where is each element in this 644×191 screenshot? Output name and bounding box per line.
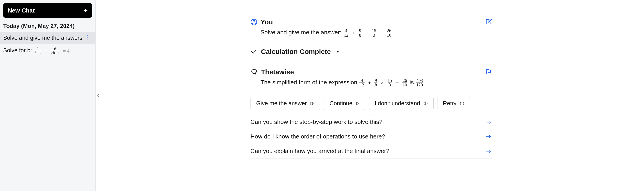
- sidebar: New Chat + Today (Mon, May 27, 2024) Sol…: [0, 0, 96, 191]
- arrow-right-icon: [486, 119, 492, 125]
- chat-item-0[interactable]: Solve and give me the answers ⋮: [0, 32, 96, 44]
- conversation: You Solve and give me the answer: 412 + …: [250, 18, 492, 159]
- user-message-body: Solve and give me the answer: 412 + 98 ×…: [250, 28, 492, 37]
- assistant-message-body: The simplified form of the expression 41…: [250, 78, 492, 87]
- play-icon: [356, 101, 360, 106]
- assistant-title: Thetawise: [261, 68, 294, 76]
- continue-button[interactable]: Continue: [324, 97, 365, 110]
- user-message: You Solve and give me the answer: 412 + …: [250, 18, 492, 37]
- suggestion-item[interactable]: Can you explain how you arrived at the f…: [250, 144, 492, 159]
- svg-point-1: [253, 20, 255, 22]
- user-title: You: [260, 18, 273, 26]
- suggestion-text: How do I know the order of operations to…: [250, 133, 385, 140]
- fast-forward-icon: [310, 101, 314, 106]
- arrow-right-icon: [486, 148, 492, 154]
- assistant-message: Thetawise The simplified form of the exp…: [250, 68, 492, 87]
- suggestion-text: Can you explain how you arrived at the f…: [250, 148, 390, 155]
- retry-icon: [460, 101, 464, 106]
- main-panel: You Solve and give me the answer: 412 + …: [96, 0, 644, 191]
- new-chat-label: New Chat: [8, 7, 34, 14]
- action-button-row: Give me the answer Continue I don't unde…: [250, 97, 492, 110]
- chat-item-menu-icon[interactable]: ⋮: [83, 34, 92, 41]
- svg-marker-2: [311, 102, 312, 105]
- caret-down-icon: ▾: [337, 49, 339, 54]
- chat-item-label: Solve and give me the answers: [3, 34, 83, 41]
- svg-marker-4: [356, 102, 359, 105]
- calculation-status-row[interactable]: Calculation Complete ▾: [250, 48, 492, 55]
- suggestion-list: Can you show the step-by-step work to so…: [250, 115, 492, 159]
- dont-understand-button[interactable]: I don't understand: [369, 97, 433, 110]
- suggestion-item[interactable]: Can you show the step-by-step work to so…: [250, 115, 492, 129]
- retry-button[interactable]: Retry: [437, 97, 470, 110]
- help-icon: [423, 101, 428, 106]
- chat-item-1[interactable]: Solve for b: 2 b−3 − 6 2b+1 = 4: [0, 44, 96, 57]
- arrow-right-icon: [486, 134, 492, 140]
- date-header: Today (Mon, May 27, 2024): [0, 21, 96, 32]
- edit-icon[interactable]: [486, 18, 492, 25]
- plus-icon: +: [83, 7, 88, 14]
- give-answer-button[interactable]: Give me the answer: [250, 97, 320, 110]
- chat-item-label: Solve for b: 2 b−3 − 6 2b+1 = 4: [3, 47, 92, 55]
- flag-icon[interactable]: [486, 68, 492, 75]
- new-chat-button[interactable]: New Chat +: [3, 3, 92, 18]
- thetawise-icon: [250, 68, 258, 76]
- check-icon: [250, 48, 257, 55]
- calculation-status-label: Calculation Complete: [261, 48, 331, 55]
- suggestion-item[interactable]: How do I know the order of operations to…: [250, 129, 492, 144]
- user-icon: [250, 19, 257, 25]
- svg-marker-3: [312, 102, 314, 105]
- suggestion-text: Can you show the step-by-step work to so…: [250, 118, 382, 126]
